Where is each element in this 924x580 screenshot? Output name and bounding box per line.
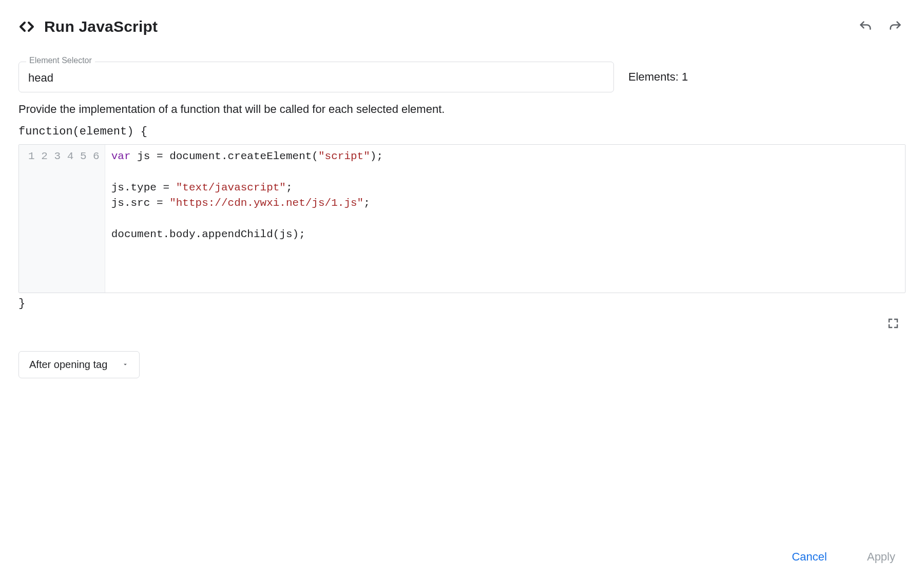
function-signature: function(element) { bbox=[18, 125, 906, 138]
apply-button[interactable]: Apply bbox=[861, 546, 901, 568]
code-content[interactable]: var js = document.createElement("script"… bbox=[105, 145, 905, 293]
element-selector-input[interactable] bbox=[28, 71, 604, 85]
undo-icon bbox=[858, 20, 873, 34]
elements-count: Elements: 1 bbox=[628, 70, 688, 84]
position-select[interactable]: After opening tag bbox=[18, 351, 140, 378]
dialog-footer: Cancel Apply bbox=[785, 546, 901, 568]
code-editor[interactable]: 1 2 3 4 5 6 var js = document.createElem… bbox=[18, 144, 906, 293]
undo-button[interactable] bbox=[855, 16, 876, 37]
redo-icon bbox=[888, 20, 902, 34]
redo-button[interactable] bbox=[885, 16, 906, 37]
element-selector-label: Element Selector bbox=[26, 56, 95, 65]
dialog-header: Run JavaScript bbox=[18, 16, 906, 37]
line-gutter: 1 2 3 4 5 6 bbox=[19, 145, 105, 293]
position-select-value: After opening tag bbox=[29, 359, 107, 371]
fullscreen-icon bbox=[887, 317, 899, 330]
history-buttons bbox=[855, 16, 906, 37]
fullscreen-button[interactable] bbox=[884, 314, 902, 333]
selector-row: Element Selector Elements: 1 bbox=[18, 62, 906, 92]
code-icon bbox=[18, 18, 35, 35]
element-selector-field[interactable]: Element Selector bbox=[18, 62, 614, 92]
page-title: Run JavaScript bbox=[44, 18, 158, 35]
closing-brace: } bbox=[18, 297, 906, 310]
description-text: Provide the implementation of a function… bbox=[18, 103, 906, 116]
title-group: Run JavaScript bbox=[18, 18, 158, 35]
chevron-down-icon bbox=[122, 359, 129, 371]
cancel-button[interactable]: Cancel bbox=[785, 546, 833, 568]
